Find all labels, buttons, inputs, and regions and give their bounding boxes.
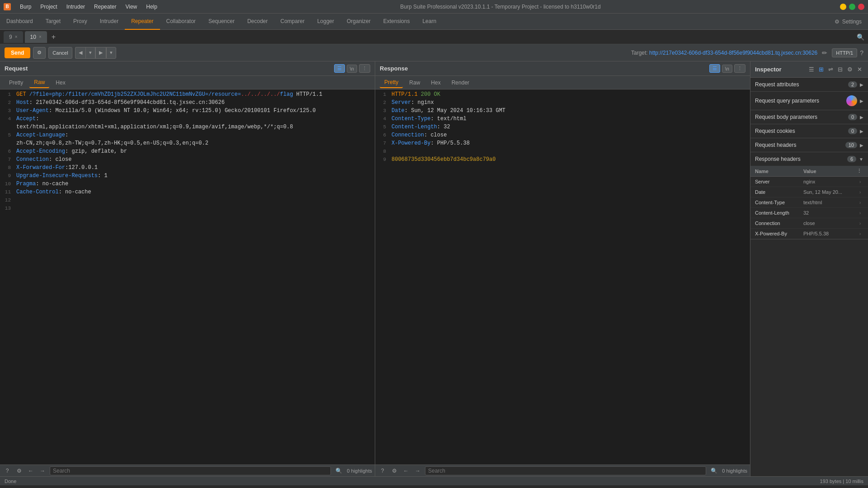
back-drop-button[interactable]: ▾ xyxy=(85,47,95,59)
response-wrap-view[interactable]: \n xyxy=(722,65,732,73)
request-attributes-header[interactable]: Request attributes 2 ▶ xyxy=(750,78,868,91)
repeater-tab-10[interactable]: 10 × xyxy=(25,31,47,43)
add-tab-button[interactable]: + xyxy=(49,33,58,41)
nav-intruder[interactable]: Intruder xyxy=(94,14,125,30)
cancel-button[interactable]: Cancel xyxy=(48,47,72,59)
inspector-list-btn[interactable]: ☰ xyxy=(807,66,816,73)
send-button[interactable]: Send xyxy=(5,47,30,58)
query-params-icon xyxy=(846,95,857,106)
response-menu-btn[interactable]: ⋮ xyxy=(734,64,745,73)
response-header-expand-btn[interactable]: › xyxy=(852,197,868,208)
request-tab-pretty[interactable]: Pretty xyxy=(5,78,28,88)
response-search-input[interactable] xyxy=(425,466,706,475)
nav-collaborator[interactable]: Collaborator xyxy=(160,14,202,30)
cookies-header[interactable]: Request cookies 0 ▶ xyxy=(750,124,868,138)
request-menu-btn[interactable]: ⋮ xyxy=(359,64,370,73)
request-wrap-view[interactable]: \n xyxy=(347,65,357,73)
response-tab-raw[interactable]: Raw xyxy=(405,78,425,88)
app-icon: B xyxy=(4,3,11,10)
request-line-11: 11 Cache-Control: no-cache xyxy=(0,189,375,197)
request-forward-btn[interactable]: → xyxy=(38,466,47,475)
nav-extensions[interactable]: Extensions xyxy=(377,14,416,30)
response-tab-hex[interactable]: Hex xyxy=(426,78,445,88)
inspector-collapse-btn[interactable]: ⊟ xyxy=(836,66,844,73)
menu-view[interactable]: View xyxy=(122,3,141,11)
help-button[interactable]: ? xyxy=(860,49,863,56)
request-tab-hex[interactable]: Hex xyxy=(51,78,70,88)
maximize-button[interactable] xyxy=(849,4,855,10)
response-forward-btn[interactable]: → xyxy=(413,466,422,475)
minimize-button[interactable] xyxy=(840,4,846,10)
menu-help[interactable]: Help xyxy=(142,3,161,11)
tab-close-10[interactable]: × xyxy=(39,34,42,39)
nav-target[interactable]: Target xyxy=(39,14,67,30)
inspector-align-btn[interactable]: ⇌ xyxy=(827,66,835,73)
request-help-btn[interactable]: ? xyxy=(3,466,12,475)
nav-sequencer[interactable]: Sequencer xyxy=(202,14,241,30)
col-action: ⋮ xyxy=(852,166,868,177)
request-line-13: 13 xyxy=(0,205,375,213)
response-header-expand-btn[interactable]: › xyxy=(852,218,868,229)
nav-dashboard[interactable]: Dashboard xyxy=(0,14,39,30)
response-settings-btn[interactable]: ⚙ xyxy=(390,466,399,475)
nav-proxy[interactable]: Proxy xyxy=(67,14,94,30)
menu-intruder[interactable]: Intruder xyxy=(63,3,89,11)
nav-organizer[interactable]: Organizer xyxy=(340,14,377,30)
response-sub-tabs: Pretty Raw Hex Render xyxy=(375,76,750,89)
nav-comparer[interactable]: Comparer xyxy=(274,14,311,30)
nav-repeater[interactable]: Repeater xyxy=(125,14,160,30)
response-header-expand-btn[interactable]: › xyxy=(852,208,868,218)
settings-button[interactable]: ⚙ Settings xyxy=(828,19,868,25)
response-tab-render[interactable]: Render xyxy=(447,78,474,88)
close-button[interactable] xyxy=(858,4,864,10)
nav-decoder[interactable]: Decoder xyxy=(241,14,274,30)
inspector-request-headers: Request headers 10 ▶ xyxy=(750,138,868,152)
request-tab-raw[interactable]: Raw xyxy=(29,77,49,88)
nav-logger[interactable]: Logger xyxy=(311,14,340,30)
response-header-row: Server nginx › xyxy=(750,177,868,187)
response-help-btn[interactable]: ? xyxy=(378,466,387,475)
edit-target-button[interactable]: ✏ xyxy=(820,49,829,56)
request-list-view[interactable]: ☰ xyxy=(334,64,345,73)
inspector-settings-btn[interactable]: ⚙ xyxy=(846,66,854,73)
response-header-value: nginx xyxy=(799,177,852,187)
body-params-header[interactable]: Request body parameters 0 ▶ xyxy=(750,110,868,124)
response-headers-header[interactable]: Response headers 6 ▼ xyxy=(750,152,868,166)
settings-gear-button[interactable]: ⚙ xyxy=(33,47,46,59)
repeater-tab-9[interactable]: 9 × xyxy=(4,31,23,43)
back-button[interactable]: ◀ xyxy=(75,47,85,59)
request-code-area[interactable]: 1 GET /?file=php:/filter/cmVhZD1jb252ZXJ… xyxy=(0,89,375,465)
protocol-badge[interactable]: HTTP/1 xyxy=(832,48,857,57)
response-list-view[interactable]: ☰ xyxy=(709,64,720,73)
request-search-button[interactable]: 🔍 xyxy=(334,468,344,474)
request-bottom-bar: ? ⚙ ← → 🔍 0 highlights xyxy=(0,465,375,476)
response-line-2: 2 Server: nginx xyxy=(375,99,750,108)
tab-search-button[interactable]: 🔍 xyxy=(857,33,864,41)
response-line-6: 6 Connection: close xyxy=(375,132,750,140)
response-back-btn[interactable]: ← xyxy=(401,466,410,475)
menu-burp[interactable]: Burp xyxy=(16,3,35,11)
tab-close-9[interactable]: × xyxy=(15,34,18,39)
response-header-expand-btn[interactable]: › xyxy=(852,187,868,197)
inspector-table-btn[interactable]: ⊞ xyxy=(817,66,825,73)
request-search-input[interactable] xyxy=(50,466,331,475)
response-code-area[interactable]: 1 HTTP/1.1 200 OK 2 Server: nginx 3 Date… xyxy=(375,89,750,465)
request-highlights: 0 highlights xyxy=(347,468,372,474)
request-settings-btn[interactable]: ⚙ xyxy=(14,466,24,475)
request-back-btn[interactable]: ← xyxy=(26,466,35,475)
response-panel-header: Response ☰ \n ⋮ xyxy=(375,61,750,76)
nav-learn[interactable]: Learn xyxy=(416,14,443,30)
forward-button[interactable]: ▶ xyxy=(95,47,106,59)
request-line-4a: 4 Accept: xyxy=(0,116,375,124)
response-header-expand-btn[interactable]: › xyxy=(852,177,868,187)
inspector-close-btn[interactable]: ✕ xyxy=(856,66,863,73)
request-headers-header[interactable]: Request headers 10 ▶ xyxy=(750,138,868,152)
query-params-header[interactable]: Request query parameters ▶ xyxy=(750,92,868,110)
response-tab-pretty[interactable]: Pretty xyxy=(380,77,403,88)
cookies-title: Request cookies xyxy=(755,128,795,134)
response-header-expand-btn[interactable]: › xyxy=(852,229,868,239)
response-search-button[interactable]: 🔍 xyxy=(709,468,719,474)
menu-repeater[interactable]: Repeater xyxy=(90,3,120,11)
menu-project[interactable]: Project xyxy=(37,3,61,11)
forward-drop-button[interactable]: ▾ xyxy=(106,47,116,59)
